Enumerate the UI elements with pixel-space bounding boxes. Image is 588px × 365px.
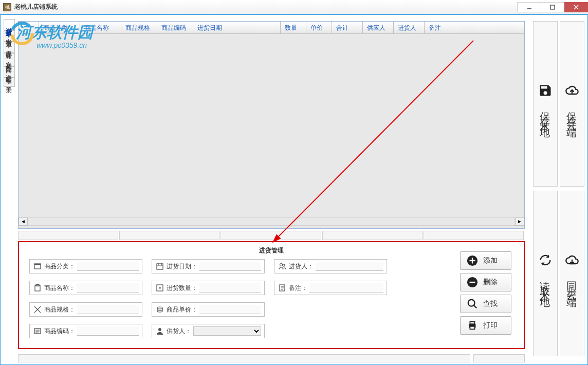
print-button[interactable]: 打印 <box>460 316 511 335</box>
col-supplier[interactable]: 供应人 <box>363 22 394 33</box>
window-titlebar: 桃 老桃儿店铺系统 <box>0 0 588 14</box>
svg-text:#: # <box>159 286 161 290</box>
person-icon <box>155 326 164 336</box>
save-local-button[interactable]: 保存本地 <box>533 21 558 187</box>
maximize-icon <box>550 5 555 10</box>
field-price: 商品单价： <box>152 302 265 317</box>
spec-input[interactable] <box>77 305 139 314</box>
col-qty[interactable]: 数量 <box>281 22 306 33</box>
cloud-upload-icon <box>565 83 579 98</box>
field-qty: # 进货数量： <box>152 281 265 295</box>
svg-point-30 <box>158 328 161 331</box>
price-icon <box>155 305 164 314</box>
delete-label: 删除 <box>483 278 498 287</box>
status-segment-main <box>18 354 470 362</box>
search-icon <box>467 298 478 309</box>
name-input[interactable] <box>77 283 139 293</box>
col-name[interactable]: 商品名称 <box>80 22 121 33</box>
tab-sales-orders[interactable]: 出货订单 <box>4 30 15 42</box>
supplier-select[interactable] <box>193 326 261 336</box>
qty-input[interactable] <box>199 283 261 293</box>
find-label: 查找 <box>483 299 498 308</box>
col-price[interactable]: 单价 <box>306 22 332 33</box>
price-input[interactable] <box>199 305 261 314</box>
status-bar <box>18 354 525 362</box>
qty-icon: # <box>155 283 164 293</box>
scroll-left-button[interactable]: ◄ <box>19 217 28 226</box>
scroll-right-button[interactable]: ► <box>515 217 524 226</box>
window-title: 老桃儿店铺系统 <box>14 3 517 11</box>
app-icon: 桃 <box>3 3 11 11</box>
col-spec[interactable]: 商品规格 <box>121 22 157 33</box>
delete-button[interactable]: 删除 <box>460 273 511 291</box>
svg-point-13 <box>280 264 283 266</box>
clipboard-icon <box>33 283 42 293</box>
plus-icon <box>467 255 478 266</box>
purchase-table[interactable]: 商品分类 商品名称 商品规格 商品编码 进货日期 数量 单价 合计 供应人 进货… <box>18 21 525 229</box>
add-button[interactable]: 添加 <box>460 251 511 270</box>
find-button[interactable]: 查找 <box>460 295 511 313</box>
field-name: 商品名称： <box>29 281 142 295</box>
col-note[interactable]: 备注 <box>425 22 524 33</box>
tab-about[interactable]: 关于 <box>4 78 15 87</box>
col-buyer[interactable]: 进货人 <box>394 22 425 33</box>
refresh-icon <box>538 253 553 267</box>
field-buyer: 进货人： <box>274 259 387 273</box>
window-close-button[interactable] <box>564 2 588 12</box>
table-hscrollbar[interactable]: ◄ ► <box>19 217 524 226</box>
col-category[interactable]: 商品分类 <box>39 22 80 33</box>
code-icon <box>33 326 42 336</box>
splitter-row[interactable] <box>18 231 525 240</box>
read-local-button[interactable]: 读取本地 <box>533 191 558 356</box>
save-cloud-button[interactable]: 保存云端 <box>560 21 584 187</box>
scroll-track[interactable] <box>28 217 515 226</box>
field-code: 商品编码： <box>29 324 142 338</box>
svg-point-25 <box>157 307 162 309</box>
code-input[interactable] <box>77 326 139 336</box>
tab-finance[interactable]: 资金明细 <box>4 66 15 78</box>
col-code[interactable]: 商品编码 <box>157 22 193 33</box>
print-label: 打印 <box>483 321 498 330</box>
category-icon <box>33 262 42 271</box>
col-date[interactable]: 进货日期 <box>193 22 281 33</box>
calendar-icon <box>155 262 164 271</box>
left-tab-strip: 进货订单 出货订单 库存管理 客户及供应商 资金明细 关于 <box>4 19 15 87</box>
read-local-label: 读取本地 <box>539 273 553 294</box>
table-body-empty <box>19 34 524 217</box>
tab-customers-suppliers[interactable]: 客户及供应商 <box>4 53 15 66</box>
save-icon <box>538 83 553 98</box>
cloud-download-icon <box>565 253 579 267</box>
close-icon <box>573 4 579 10</box>
form-title: 进货管理 <box>29 246 513 255</box>
tab-inventory[interactable]: 库存管理 <box>4 42 15 53</box>
note-input[interactable] <box>309 283 383 293</box>
col-total[interactable]: 合计 <box>332 22 363 33</box>
category-input[interactable] <box>77 262 139 271</box>
date-input[interactable] <box>199 262 261 271</box>
sync-cloud-label: 同步云端 <box>565 273 579 294</box>
table-header-row: 商品分类 商品名称 商品规格 商品编码 进货日期 数量 单价 合计 供应人 进货… <box>19 22 524 34</box>
svg-rect-8 <box>34 264 41 265</box>
spec-icon <box>33 305 42 314</box>
status-segment-right <box>473 354 525 362</box>
svg-point-36 <box>468 300 475 306</box>
buyer-input[interactable] <box>316 262 383 271</box>
buyer-icon <box>278 262 287 271</box>
window-maximize-button[interactable] <box>541 2 564 12</box>
field-spec: 商品规格： <box>29 302 142 317</box>
add-label: 添加 <box>483 256 498 265</box>
svg-rect-9 <box>157 264 163 269</box>
printer-icon <box>467 320 478 331</box>
svg-point-14 <box>283 264 285 266</box>
tab-purchase-orders[interactable]: 进货订单 <box>4 19 15 30</box>
minimize-icon <box>527 5 532 10</box>
purchase-form-panel: 进货管理 商品分类： 进货日期： 进货人： <box>18 241 525 349</box>
window-minimize-button[interactable] <box>517 2 541 12</box>
svg-line-37 <box>474 305 477 308</box>
sync-cloud-button[interactable]: 同步云端 <box>560 191 584 356</box>
save-local-label: 保存本地 <box>539 104 553 124</box>
svg-rect-40 <box>470 326 474 330</box>
field-category: 商品分类： <box>29 259 142 273</box>
save-cloud-label: 保存云端 <box>565 104 579 124</box>
note-icon <box>278 283 287 293</box>
